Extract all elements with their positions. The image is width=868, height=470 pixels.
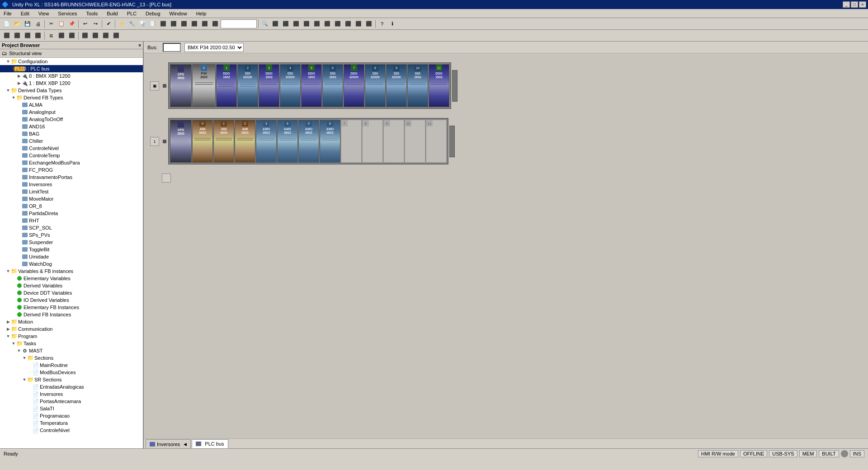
tree-node-exchangemodbuspara[interactable]: ExchangeModBusPara [0,159,143,166]
tree-node-sections[interactable]: ▼ 📁 Sections [0,354,143,362]
tool5[interactable]: ⬛ [158,19,168,29]
tb2-btn6[interactable]: ⬛ [57,31,66,41]
tb-btn13[interactable]: ⬛ [291,19,301,29]
tool10[interactable]: ⬛ [210,19,220,29]
menu-debug[interactable]: Debug [144,9,162,18]
expand-bmx1[interactable]: ▶ [16,80,22,86]
tool9[interactable]: ⬛ [200,19,210,29]
tb2-btn11[interactable]: ⬛ [111,31,121,41]
tree-node-varfb[interactable]: ▼ 📁 Variables & FB instances [0,268,143,275]
tree-node-controletemp[interactable]: ControleTemp [0,152,143,159]
expand-ioderived[interactable] [11,297,16,303]
tb2-btn9[interactable]: ⬛ [90,31,100,41]
tb-btn14[interactable]: ⬛ [302,19,311,29]
print-button[interactable]: 🖨 [33,19,43,29]
tree-node-scp_sol[interactable]: SCP_SOL [0,224,143,231]
tb2-btn2[interactable]: ⬛ [12,31,22,41]
expand-deriveddata[interactable]: ▼ [5,88,11,93]
validate-button[interactable]: ✔ [104,19,113,29]
copy-button[interactable]: 📋 [57,19,66,29]
undo-button[interactable]: ↩ [80,19,90,29]
menu-build[interactable]: Build [105,9,119,18]
expand-config[interactable]: ▼ [5,59,11,64]
paste-button[interactable]: 📌 [67,19,77,29]
tree-container[interactable]: ▼ 📁 Configuration ▼ PLC 0 : PLC bus ▶ 🔌 … [0,58,143,448]
expand-programacao[interactable] [27,413,33,418]
tree-node-bag[interactable]: BAG [0,130,143,137]
search-btn[interactable]: 🔍 [260,19,270,29]
tree-node-inversores[interactable]: Inversores [0,181,143,188]
tree-node-rht[interactable]: RHT [0,217,143,224]
menu-help[interactable]: Help [194,9,208,18]
tree-node-program[interactable]: ▼ 📁 Program [0,333,143,340]
tree-node-programacao[interactable]: 📄 Programacao [0,412,143,419]
tree-node-partidadireta[interactable]: PartidaDireta [0,210,143,217]
tree-node-communication[interactable]: ▶ 📁 Communication [0,325,143,333]
expand-modbus[interactable] [27,370,33,375]
expand-bmx0[interactable]: ▶ [16,73,22,79]
menu-plc[interactable]: PLC [125,9,138,18]
expand-sections[interactable]: ▼ [22,355,27,361]
tree-node-elemfb[interactable]: Elementary FB Instances [0,304,143,311]
tree-node-watchdog[interactable]: WatchDog [0,260,143,268]
menu-tools[interactable]: Tools [85,9,100,18]
tree-node-ioderived[interactable]: IO Derived Variables [0,296,143,304]
tool2[interactable]: 🔧 [127,19,137,29]
tb-btn20[interactable]: ⬛ [364,19,374,29]
close-button[interactable]: × [859,1,866,8]
menu-services[interactable]: Services [56,9,79,18]
tree-node-salaTI[interactable]: 📄 SalaTI [0,405,143,412]
tool6[interactable]: ⬛ [169,19,179,29]
tb2-btn5[interactable]: ≡ [46,31,56,41]
tree-node-motion[interactable]: ▶ 📁 Motion [0,318,143,325]
tree-node-sps_pvs[interactable]: SPs_PVs [0,231,143,239]
tree-node-portas[interactable]: 📄 PortasAntecamara [0,398,143,405]
tb2-btn10[interactable]: ⬛ [101,31,111,41]
tree-node-config[interactable]: ▼ 📁 Configuration [0,58,143,65]
tool8[interactable]: ⬛ [189,19,199,29]
tree-node-suspender[interactable]: Suspender [0,239,143,246]
bus-select[interactable]: BMX P34 2020 02.50 [184,43,244,52]
expand-elemfb[interactable] [11,305,16,310]
tree-node-modbus[interactable]: 📄 ModBusDevices [0,369,143,376]
redo-button[interactable]: ↪ [90,19,100,29]
tree-node-mainroutine[interactable]: 📄 MainRoutine [0,362,143,369]
menu-window[interactable]: Window [168,9,189,18]
tree-node-intravamentoportas[interactable]: IntravamentoPortas [0,174,143,181]
minimize-button[interactable]: _ [843,1,850,8]
tb-btn16[interactable]: ⬛ [322,19,332,29]
menu-file[interactable]: File [2,9,14,18]
expand-deviceddt[interactable] [11,290,16,296]
tree-node-derivedvars[interactable]: Derived Variables [0,282,143,289]
tree-node-fc_prog[interactable]: FC_PROG [0,166,143,174]
tb2-btn7[interactable]: ⬛ [67,31,77,41]
tree-node-controlenivel[interactable]: ControleNivel [0,145,143,152]
expand-derivedfb[interactable]: ▼ [11,95,16,100]
tree-node-togglebit[interactable]: ToggleBit [0,246,143,253]
tree-node-mast[interactable]: ▼ ⚙ MAST [0,347,143,354]
expand-communication[interactable]: ▶ [5,326,11,332]
tree-node-movemaior[interactable]: MoveMaior [0,195,143,202]
help-button[interactable]: ? [377,19,387,29]
tree-node-temperatura[interactable]: 📄 Temperatura [0,419,143,427]
tool4[interactable]: 📑 [148,19,158,29]
tree-node-or_8[interactable]: OR_8 [0,202,143,210]
tree-node-elemvars[interactable]: Elementary Variables [0,275,143,282]
expand-mast[interactable]: ▼ [16,348,22,353]
tb2-btn4[interactable]: ⬛ [33,31,43,41]
menu-edit[interactable]: Edit [19,9,31,18]
tree-node-analogtoonoff[interactable]: AnalogToOnOff [0,116,143,123]
tree-node-chiller[interactable]: Chiller [0,137,143,145]
about-button[interactable]: ℹ [387,19,397,29]
tool3[interactable]: 📊 [137,19,147,29]
cut-button[interactable]: ✂ [46,19,56,29]
expand-tasks[interactable]: ▼ [11,341,16,346]
save-button[interactable]: 💾 [23,19,33,29]
tree-node-inversores2[interactable]: 📄 Inversores [0,390,143,398]
tb-btn11[interactable]: ⬛ [270,19,280,29]
expand-controlenivel2[interactable] [27,428,33,433]
tree-node-deviceddt[interactable]: Device DDT Variables [0,289,143,296]
maximize-button[interactable]: □ [851,1,858,8]
tree-node-umidade[interactable]: Umidade [0,253,143,260]
tree-node-entradas[interactable]: 📄 EntradasAnalogicas [0,383,143,390]
